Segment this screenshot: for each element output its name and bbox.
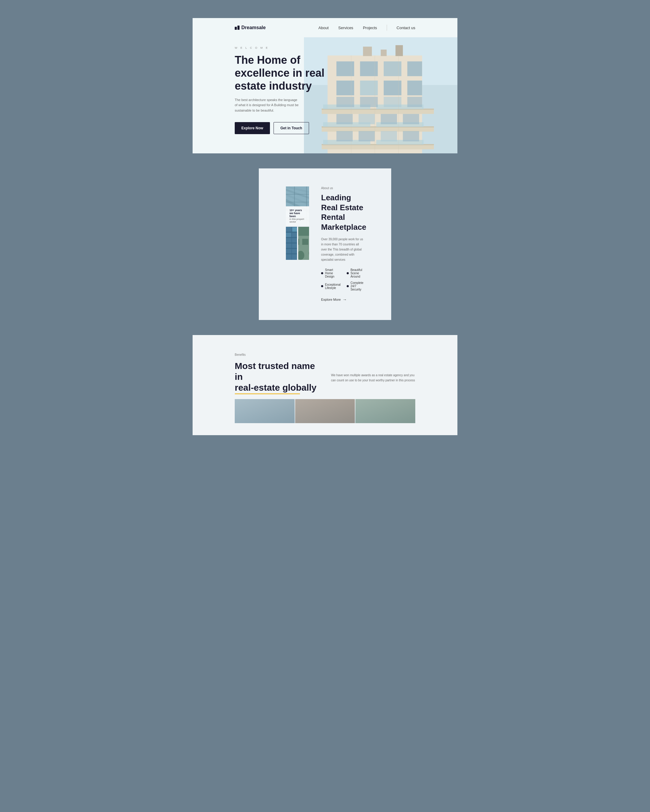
bottom-image-1 bbox=[235, 399, 295, 423]
feature-item-3: Exceptional Lifestyle bbox=[321, 281, 341, 291]
feature-dot-2 bbox=[347, 272, 349, 274]
svg-rect-36 bbox=[381, 50, 387, 56]
about-tag: About us bbox=[321, 186, 364, 190]
overlay-sub: in this propert sector bbox=[289, 218, 306, 223]
svg-rect-31 bbox=[336, 131, 353, 141]
about-inner: 10+ years we have been in this propert s… bbox=[286, 186, 364, 302]
about-section: 10+ years we have been in this propert s… bbox=[259, 168, 391, 320]
logo-text: Dreamsale bbox=[241, 25, 266, 31]
explore-more-arrow-icon: → bbox=[343, 297, 347, 302]
svg-rect-77 bbox=[302, 239, 308, 245]
nav-contact[interactable]: Contact us bbox=[397, 26, 415, 30]
about-description: Over 39,000 people work for us in more t… bbox=[321, 237, 364, 262]
bottom-image-row bbox=[235, 399, 415, 423]
feature-item-2: Beautiful Scene Around bbox=[347, 268, 364, 278]
about-image-top: 10+ years we have been in this propert s… bbox=[286, 186, 309, 226]
benefits-underline-word: real-estate globally bbox=[235, 382, 317, 393]
features-grid: Smart Home Design Beautiful Scene Around… bbox=[321, 268, 364, 291]
feature-item-4: Complete 24/7 Security bbox=[347, 281, 364, 291]
svg-rect-28 bbox=[358, 114, 375, 124]
hero-text: W E L C O M E The Home of excellence in … bbox=[193, 43, 325, 141]
hero-welcome: W E L C O M E bbox=[235, 46, 325, 49]
feature-dot-3 bbox=[321, 285, 323, 287]
nav-projects[interactable]: Projects bbox=[363, 26, 377, 30]
svg-rect-16 bbox=[360, 61, 378, 76]
bottom-image-2 bbox=[295, 399, 355, 423]
get-in-touch-button[interactable]: Get in Touch bbox=[274, 122, 309, 134]
benefits-right: We have won multiple awards as a real es… bbox=[331, 360, 415, 383]
svg-rect-17 bbox=[384, 61, 401, 76]
feature-item-1: Smart Home Design bbox=[321, 268, 341, 278]
bottom-image-3 bbox=[355, 399, 415, 423]
explore-now-button[interactable]: Explore Now bbox=[235, 122, 270, 134]
nav-divider bbox=[387, 24, 387, 31]
about-title: Leading Real Estate Rental Marketplace bbox=[321, 193, 364, 232]
navbar: Dreamsale About Services Projects Contac… bbox=[193, 18, 457, 37]
hero-subtitle: The best architecture speaks the languag… bbox=[235, 98, 301, 113]
hero-section: Dreamsale About Services Projects Contac… bbox=[193, 18, 457, 153]
svg-rect-25 bbox=[384, 97, 401, 107]
about-text: About us Leading Real Estate Rental Mark… bbox=[321, 186, 364, 302]
hero-content: W E L C O M E The Home of excellence in … bbox=[193, 37, 457, 153]
nav-links: About Services Projects Contact us bbox=[318, 24, 415, 31]
svg-rect-15 bbox=[336, 61, 354, 76]
svg-rect-37 bbox=[395, 45, 403, 56]
svg-rect-19 bbox=[336, 81, 354, 95]
about-image-bottom-right bbox=[298, 227, 309, 260]
nav-services[interactable]: Services bbox=[338, 26, 353, 30]
svg-rect-24 bbox=[360, 97, 378, 107]
svg-rect-26 bbox=[407, 97, 422, 107]
svg-rect-30 bbox=[403, 114, 419, 124]
hero-title: The Home of excellence in real estate in… bbox=[235, 53, 325, 93]
svg-rect-20 bbox=[360, 81, 378, 95]
feature-dot-1 bbox=[321, 272, 323, 274]
svg-rect-23 bbox=[336, 97, 354, 107]
svg-rect-18 bbox=[407, 61, 422, 76]
about-images: 10+ years we have been in this propert s… bbox=[286, 186, 309, 260]
page-wrapper: Dreamsale About Services Projects Contac… bbox=[193, 18, 457, 435]
svg-rect-72 bbox=[286, 233, 291, 237]
svg-rect-21 bbox=[384, 81, 401, 95]
svg-rect-29 bbox=[381, 114, 397, 124]
hero-buttons: Explore Now Get in Touch bbox=[235, 122, 325, 134]
nav-about[interactable]: About bbox=[318, 26, 329, 30]
overlay-title: 10+ years we have been bbox=[289, 209, 306, 218]
svg-rect-33 bbox=[381, 131, 397, 141]
about-image-bottom-left bbox=[286, 227, 297, 260]
logo-icon bbox=[235, 26, 240, 30]
section-gap-1 bbox=[193, 153, 457, 168]
benefits-title: Most trusted name in real-estate globall… bbox=[235, 360, 319, 393]
benefits-tag: Benefits bbox=[235, 353, 415, 356]
svg-rect-32 bbox=[358, 131, 375, 141]
benefits-section: Benefits Most trusted name in real-estat… bbox=[193, 335, 457, 435]
svg-rect-73 bbox=[292, 227, 297, 232]
benefits-inner: Most trusted name in real-estate globall… bbox=[235, 360, 415, 393]
benefits-description: We have won multiple awards as a real es… bbox=[331, 372, 415, 383]
logo[interactable]: Dreamsale bbox=[235, 25, 266, 31]
image-overlay: 10+ years we have been in this propert s… bbox=[286, 206, 309, 226]
svg-rect-27 bbox=[336, 114, 353, 124]
svg-rect-22 bbox=[407, 81, 422, 95]
svg-rect-34 bbox=[403, 131, 419, 141]
hero-image bbox=[304, 37, 457, 153]
explore-more-link[interactable]: Explore More → bbox=[321, 297, 364, 302]
svg-rect-35 bbox=[363, 47, 372, 56]
svg-rect-76 bbox=[298, 239, 299, 245]
section-gap-2 bbox=[193, 320, 457, 335]
feature-dot-4 bbox=[347, 285, 349, 287]
benefits-left: Most trusted name in real-estate globall… bbox=[235, 360, 319, 393]
